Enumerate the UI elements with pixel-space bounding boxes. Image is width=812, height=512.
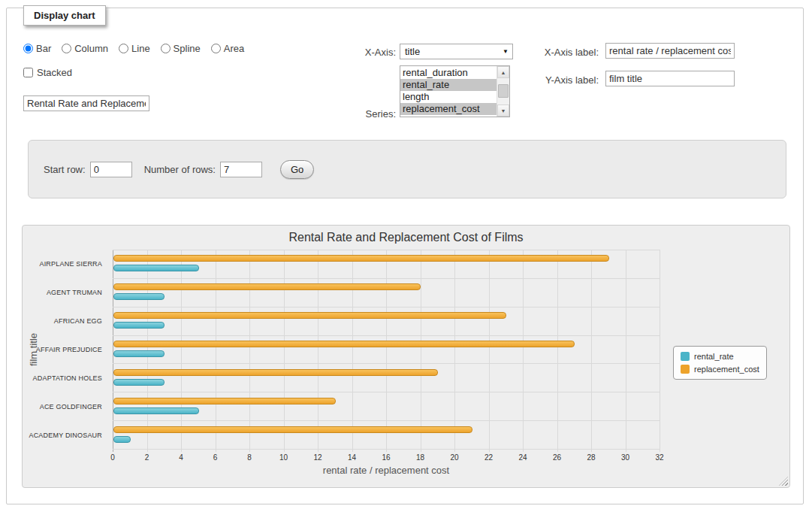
v-gridline: [523, 250, 524, 452]
start-row-label: Start row:: [44, 164, 86, 175]
v-gridline: [181, 250, 182, 452]
y-category-label: AGENT TRUMAN: [23, 278, 102, 307]
y-category-label: ACE GOLDFINGER: [23, 392, 102, 421]
y-category-label: AFFAIR PREJUDICE: [23, 335, 102, 364]
x-tick-label: 2: [145, 453, 149, 462]
chart-type-radio-label: Spline: [174, 43, 201, 54]
x-tick-label: 4: [179, 453, 183, 462]
chart-type-radio-line[interactable]: [119, 44, 128, 53]
series-option-rental_rate[interactable]: rental_rate: [400, 79, 497, 91]
legend-swatch-icon: [681, 352, 690, 361]
v-gridline: [421, 250, 421, 452]
bar-rental_rate: [113, 322, 165, 329]
chart-legend: rental_ratereplacement_cost: [673, 346, 767, 380]
number-of-rows-label: Number of rows:: [144, 164, 216, 175]
scroll-up-icon[interactable]: ▲: [497, 66, 509, 78]
x-tick-label: 12: [313, 453, 321, 462]
v-gridline: [113, 250, 113, 452]
chart-type-option-column[interactable]: Column: [62, 43, 108, 54]
number-of-rows-input[interactable]: [220, 162, 262, 177]
chart-type-radio-bar[interactable]: [23, 44, 33, 53]
legend-swatch-icon: [681, 365, 690, 374]
h-gridline: [113, 392, 660, 392]
x-tick-label: 10: [279, 453, 288, 462]
v-gridline: [216, 250, 216, 452]
h-gridline: [113, 250, 660, 250]
x-tick-label: 6: [213, 453, 218, 462]
x-axis-label-input[interactable]: [605, 43, 735, 59]
x-tick-label: 18: [416, 453, 424, 462]
chart-panel: Rental Rate and Replacement Cost of Film…: [22, 225, 790, 488]
chart-type-radio-label: Column: [74, 43, 108, 54]
scroll-down-icon[interactable]: ▼: [497, 105, 509, 117]
chart-title: Rental Rate and Replacement Cost of Film…: [23, 231, 789, 244]
chart-type-option-line[interactable]: Line: [119, 43, 150, 54]
page: Display chart BarColumnLineSplineArea St…: [0, 0, 812, 512]
chart-type-radio-column[interactable]: [62, 44, 71, 53]
chart-type-radio-label: Line: [131, 43, 150, 54]
stacked-checkbox-row[interactable]: Stacked: [23, 67, 72, 78]
y-category-label: AIRPLANE SIERRA: [23, 250, 102, 278]
x-tick-label: 22: [484, 453, 493, 462]
bar-replacement_cost: [113, 283, 421, 290]
bar-replacement_cost: [113, 312, 506, 319]
plot-area: [113, 250, 660, 450]
series-option-length[interactable]: length: [400, 91, 497, 103]
legend-item-replacement_cost[interactable]: replacement_cost: [681, 365, 759, 374]
series-listbox[interactable]: rental_durationrental_ratelengthreplacem…: [400, 65, 510, 117]
series-scrollbar[interactable]: ▲ ▼: [497, 66, 509, 117]
series-option-replacement_cost[interactable]: replacement_cost: [400, 103, 497, 115]
series-listbox-options: rental_durationrental_ratelengthreplacem…: [400, 66, 497, 117]
bar-replacement_cost: [113, 255, 609, 262]
v-gridline: [318, 250, 318, 452]
chart-type-radio-label: Bar: [36, 43, 51, 54]
series-label: Series:: [315, 108, 396, 120]
chart-type-option-spline[interactable]: Spline: [161, 43, 201, 54]
v-gridline: [284, 250, 285, 452]
scrollbar-track[interactable]: [497, 78, 509, 105]
x-tick-label: 14: [348, 453, 356, 462]
h-gridline: [113, 449, 660, 450]
panel-title: Display chart: [23, 5, 106, 26]
bar-rental_rate: [113, 293, 165, 300]
series-option-rental_duration[interactable]: rental_duration: [400, 67, 497, 79]
bar-replacement_cost: [113, 369, 438, 376]
bar-rental_rate: [113, 350, 165, 357]
x-tick-label: 24: [518, 453, 527, 462]
v-gridline: [591, 250, 592, 452]
v-gridline: [557, 250, 558, 452]
x-axis-title: rental rate / replacement cost: [113, 465, 660, 476]
y-axis-label-input[interactable]: [605, 71, 735, 86]
v-gridline: [489, 250, 490, 452]
bar-rental_rate: [113, 379, 165, 386]
chart-type-radios: BarColumnLineSplineArea: [23, 43, 244, 54]
h-gridline: [113, 363, 660, 364]
go-button[interactable]: Go: [280, 160, 314, 179]
h-gridline: [113, 278, 660, 279]
bar-rental_rate: [113, 407, 199, 414]
y-category-label: ACADEMY DINOSAUR: [23, 421, 102, 450]
chart-type-option-bar[interactable]: Bar: [23, 43, 51, 54]
x-axis-label-field-label: X-Axis label:: [480, 47, 599, 58]
chart-type-option-area[interactable]: Area: [211, 43, 244, 54]
bar-rental_rate: [113, 265, 199, 271]
x-tick-label: 28: [587, 453, 595, 462]
v-gridline: [660, 250, 660, 452]
stacked-checkbox[interactable]: [23, 68, 33, 77]
v-gridline: [249, 250, 250, 452]
bar-replacement_cost: [113, 426, 472, 433]
display-chart-panel: Display chart BarColumnLineSplineArea St…: [6, 8, 804, 504]
y-category-label: ADAPTATION HOLES: [23, 364, 102, 392]
chart-type-radio-area[interactable]: [211, 44, 221, 53]
chart-type-radio-spline[interactable]: [161, 44, 171, 53]
resize-handle-icon[interactable]: [779, 477, 788, 486]
chart-title-input[interactable]: [23, 95, 149, 111]
x-axis-label: X-Axis:: [315, 47, 396, 58]
legend-item-rental_rate[interactable]: rental_rate: [681, 352, 759, 361]
scrollbar-thumb[interactable]: [498, 84, 509, 98]
chart-type-radio-label: Area: [224, 43, 244, 54]
x-tick-labels: 02468101214161820222426283032: [113, 453, 660, 464]
h-gridline: [113, 335, 660, 336]
v-gridline: [352, 250, 353, 452]
start-row-input[interactable]: [90, 162, 132, 177]
